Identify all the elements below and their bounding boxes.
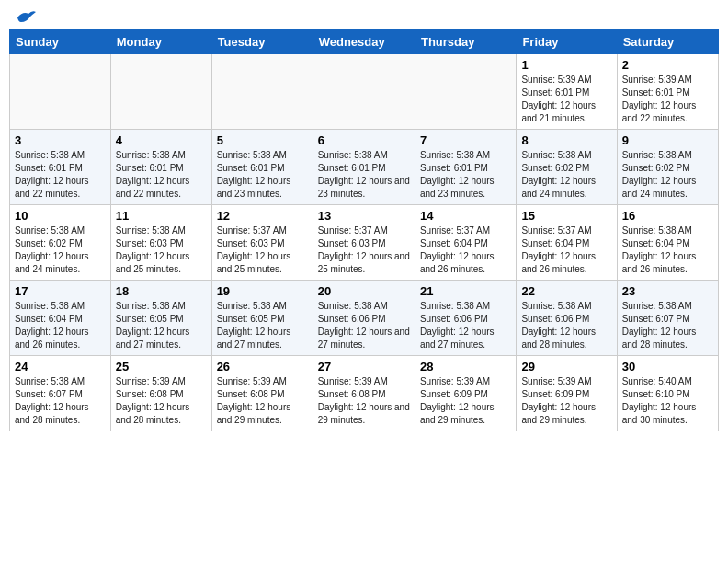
day-info: Sunrise: 5:38 AM Sunset: 6:05 PM Dayligh… bbox=[217, 300, 308, 351]
calendar-cell bbox=[110, 54, 211, 130]
calendar-cell: 9Sunrise: 5:38 AM Sunset: 6:02 PM Daylig… bbox=[617, 130, 718, 205]
day-number: 11 bbox=[116, 209, 207, 223]
day-info: Sunrise: 5:38 AM Sunset: 6:07 PM Dayligh… bbox=[622, 300, 713, 351]
calendar-cell: 1Sunrise: 5:39 AM Sunset: 6:01 PM Daylig… bbox=[517, 54, 617, 130]
day-info: Sunrise: 5:38 AM Sunset: 6:01 PM Dayligh… bbox=[116, 149, 207, 201]
calendar-cell: 12Sunrise: 5:37 AM Sunset: 6:03 PM Dayli… bbox=[211, 205, 313, 281]
day-number: 10 bbox=[15, 209, 106, 223]
day-number: 25 bbox=[116, 360, 207, 373]
calendar-cell: 21Sunrise: 5:38 AM Sunset: 6:06 PM Dayli… bbox=[415, 281, 516, 356]
calendar-cell bbox=[313, 54, 415, 130]
calendar-header-row: SundayMondayTuesdayWednesdayThursdayFrid… bbox=[10, 30, 719, 54]
day-info: Sunrise: 5:38 AM Sunset: 6:05 PM Dayligh… bbox=[116, 300, 207, 351]
day-number: 1 bbox=[521, 58, 611, 72]
day-number: 4 bbox=[116, 133, 207, 147]
calendar-cell: 27Sunrise: 5:39 AM Sunset: 6:08 PM Dayli… bbox=[313, 356, 415, 431]
day-info: Sunrise: 5:39 AM Sunset: 6:01 PM Dayligh… bbox=[622, 74, 713, 125]
day-info: Sunrise: 5:39 AM Sunset: 6:01 PM Dayligh… bbox=[521, 74, 611, 125]
day-info: Sunrise: 5:38 AM Sunset: 6:02 PM Dayligh… bbox=[521, 149, 611, 201]
calendar-cell: 17Sunrise: 5:38 AM Sunset: 6:04 PM Dayli… bbox=[10, 281, 111, 356]
calendar-cell: 14Sunrise: 5:37 AM Sunset: 6:04 PM Dayli… bbox=[415, 205, 516, 281]
calendar-cell: 29Sunrise: 5:39 AM Sunset: 6:09 PM Dayli… bbox=[517, 356, 617, 431]
day-info: Sunrise: 5:38 AM Sunset: 6:06 PM Dayligh… bbox=[420, 300, 511, 351]
calendar-cell: 19Sunrise: 5:38 AM Sunset: 6:05 PM Dayli… bbox=[211, 281, 313, 356]
calendar-cell: 13Sunrise: 5:37 AM Sunset: 6:03 PM Dayli… bbox=[313, 205, 415, 281]
day-info: Sunrise: 5:39 AM Sunset: 6:09 PM Dayligh… bbox=[420, 375, 511, 427]
calendar-week-row: 17Sunrise: 5:38 AM Sunset: 6:04 PM Dayli… bbox=[10, 281, 719, 356]
day-number: 30 bbox=[622, 360, 713, 373]
col-header-saturday: Saturday bbox=[617, 30, 718, 54]
day-number: 9 bbox=[622, 133, 713, 147]
logo bbox=[13, 9, 36, 22]
day-number: 24 bbox=[15, 360, 106, 373]
day-number: 3 bbox=[15, 133, 106, 147]
day-info: Sunrise: 5:38 AM Sunset: 6:02 PM Dayligh… bbox=[15, 224, 106, 276]
day-info: Sunrise: 5:37 AM Sunset: 6:04 PM Dayligh… bbox=[521, 224, 611, 276]
day-info: Sunrise: 5:37 AM Sunset: 6:03 PM Dayligh… bbox=[217, 224, 308, 276]
day-number: 5 bbox=[217, 133, 308, 147]
day-info: Sunrise: 5:37 AM Sunset: 6:04 PM Dayligh… bbox=[420, 224, 511, 276]
day-number: 19 bbox=[217, 284, 308, 298]
day-info: Sunrise: 5:38 AM Sunset: 6:02 PM Dayligh… bbox=[622, 149, 713, 201]
calendar-cell: 6Sunrise: 5:38 AM Sunset: 6:01 PM Daylig… bbox=[313, 130, 415, 205]
day-info: Sunrise: 5:38 AM Sunset: 6:01 PM Dayligh… bbox=[420, 149, 511, 201]
col-header-monday: Monday bbox=[110, 30, 211, 54]
calendar-cell: 10Sunrise: 5:38 AM Sunset: 6:02 PM Dayli… bbox=[10, 205, 111, 281]
day-info: Sunrise: 5:38 AM Sunset: 6:06 PM Dayligh… bbox=[521, 300, 611, 351]
calendar-cell: 23Sunrise: 5:38 AM Sunset: 6:07 PM Dayli… bbox=[617, 281, 718, 356]
day-number: 14 bbox=[420, 209, 511, 223]
col-header-wednesday: Wednesday bbox=[313, 30, 415, 54]
day-number: 12 bbox=[217, 209, 308, 223]
day-info: Sunrise: 5:40 AM Sunset: 6:10 PM Dayligh… bbox=[622, 375, 713, 427]
calendar-cell bbox=[415, 54, 516, 130]
day-info: Sunrise: 5:39 AM Sunset: 6:09 PM Dayligh… bbox=[521, 375, 611, 427]
calendar-cell: 18Sunrise: 5:38 AM Sunset: 6:05 PM Dayli… bbox=[110, 281, 211, 356]
day-number: 17 bbox=[15, 284, 106, 298]
day-number: 15 bbox=[521, 209, 611, 223]
calendar-cell bbox=[211, 54, 313, 130]
calendar-cell: 16Sunrise: 5:38 AM Sunset: 6:04 PM Dayli… bbox=[617, 205, 718, 281]
calendar-cell: 28Sunrise: 5:39 AM Sunset: 6:09 PM Dayli… bbox=[415, 356, 516, 431]
calendar-cell: 15Sunrise: 5:37 AM Sunset: 6:04 PM Dayli… bbox=[517, 205, 617, 281]
day-info: Sunrise: 5:39 AM Sunset: 6:08 PM Dayligh… bbox=[217, 375, 308, 427]
day-number: 22 bbox=[521, 284, 611, 298]
calendar-cell: 11Sunrise: 5:38 AM Sunset: 6:03 PM Dayli… bbox=[110, 205, 211, 281]
col-header-sunday: Sunday bbox=[10, 30, 111, 54]
day-info: Sunrise: 5:39 AM Sunset: 6:08 PM Dayligh… bbox=[318, 375, 410, 427]
day-info: Sunrise: 5:38 AM Sunset: 6:06 PM Dayligh… bbox=[318, 300, 410, 351]
day-info: Sunrise: 5:38 AM Sunset: 6:01 PM Dayligh… bbox=[318, 149, 410, 201]
day-number: 8 bbox=[521, 133, 611, 147]
day-info: Sunrise: 5:37 AM Sunset: 6:03 PM Dayligh… bbox=[318, 224, 410, 276]
calendar-week-row: 3Sunrise: 5:38 AM Sunset: 6:01 PM Daylig… bbox=[10, 130, 719, 205]
day-info: Sunrise: 5:38 AM Sunset: 6:04 PM Dayligh… bbox=[15, 300, 106, 351]
calendar-cell: 5Sunrise: 5:38 AM Sunset: 6:01 PM Daylig… bbox=[211, 130, 313, 205]
day-number: 6 bbox=[318, 133, 410, 147]
page-header bbox=[9, 9, 719, 22]
calendar-cell: 20Sunrise: 5:38 AM Sunset: 6:06 PM Dayli… bbox=[313, 281, 415, 356]
day-info: Sunrise: 5:38 AM Sunset: 6:04 PM Dayligh… bbox=[622, 224, 713, 276]
col-header-tuesday: Tuesday bbox=[211, 30, 313, 54]
day-number: 23 bbox=[622, 284, 713, 298]
calendar-cell: 25Sunrise: 5:39 AM Sunset: 6:08 PM Dayli… bbox=[110, 356, 211, 431]
calendar-week-row: 24Sunrise: 5:38 AM Sunset: 6:07 PM Dayli… bbox=[10, 356, 719, 431]
day-info: Sunrise: 5:38 AM Sunset: 6:07 PM Dayligh… bbox=[15, 375, 106, 427]
calendar-cell: 4Sunrise: 5:38 AM Sunset: 6:01 PM Daylig… bbox=[110, 130, 211, 205]
day-info: Sunrise: 5:38 AM Sunset: 6:01 PM Dayligh… bbox=[15, 149, 106, 201]
calendar-table: SundayMondayTuesdayWednesdayThursdayFrid… bbox=[9, 29, 719, 431]
calendar-week-row: 10Sunrise: 5:38 AM Sunset: 6:02 PM Dayli… bbox=[10, 205, 719, 281]
calendar-cell: 2Sunrise: 5:39 AM Sunset: 6:01 PM Daylig… bbox=[617, 54, 718, 130]
calendar-cell: 22Sunrise: 5:38 AM Sunset: 6:06 PM Dayli… bbox=[517, 281, 617, 356]
day-number: 21 bbox=[420, 284, 511, 298]
calendar-cell: 26Sunrise: 5:39 AM Sunset: 6:08 PM Dayli… bbox=[211, 356, 313, 431]
day-number: 16 bbox=[622, 209, 713, 223]
calendar-week-row: 1Sunrise: 5:39 AM Sunset: 6:01 PM Daylig… bbox=[10, 54, 719, 130]
col-header-friday: Friday bbox=[517, 30, 617, 54]
day-info: Sunrise: 5:38 AM Sunset: 6:01 PM Dayligh… bbox=[217, 149, 308, 201]
calendar-cell bbox=[10, 54, 111, 130]
logo-bird-icon bbox=[16, 9, 36, 26]
day-number: 2 bbox=[622, 58, 713, 72]
calendar-cell: 24Sunrise: 5:38 AM Sunset: 6:07 PM Dayli… bbox=[10, 356, 111, 431]
day-number: 18 bbox=[116, 284, 207, 298]
calendar-cell: 7Sunrise: 5:38 AM Sunset: 6:01 PM Daylig… bbox=[415, 130, 516, 205]
col-header-thursday: Thursday bbox=[415, 30, 516, 54]
